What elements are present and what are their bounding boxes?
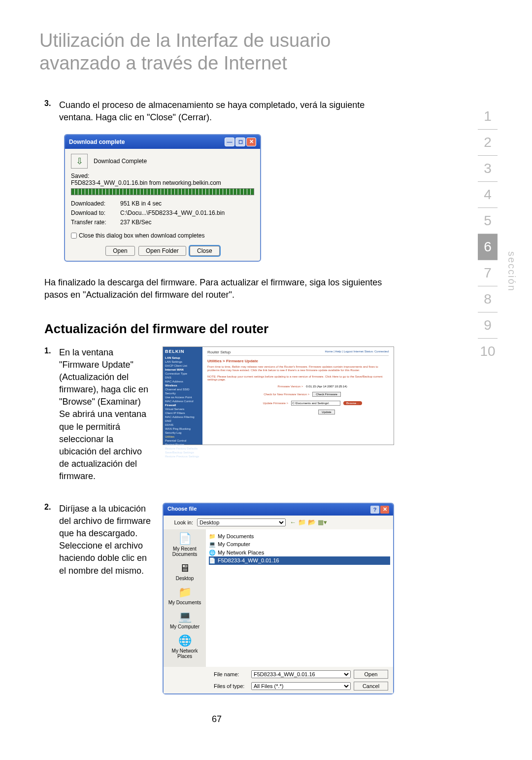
update-fw-input[interactable] (291, 401, 340, 406)
close-dialog-checkbox[interactable] (71, 233, 77, 239)
downloaded-value: 951 KB in 4 sec (120, 199, 162, 208)
open-folder-button[interactable]: Open Folder (138, 246, 186, 256)
file-list-item[interactable]: 💻My Computer (209, 540, 390, 549)
sidebar-item[interactable]: Utilities (165, 435, 200, 439)
places-item[interactable]: 💻My Computer (166, 610, 204, 629)
firmware-update-screenshot: BELKIN LAN SetupLAN SettingsDHCP Client … (163, 346, 394, 445)
filetype-select[interactable]: All Files (*.*) (251, 682, 351, 690)
sidebar-item[interactable]: Restore Factory Defaults (165, 447, 200, 450)
sidebar-item[interactable]: MAC Address Control (165, 399, 200, 403)
saved-filename: F5D8233-4_WW_0.01.16.bin from networking… (71, 179, 254, 186)
sidebar-item[interactable]: DNS (165, 376, 200, 380)
look-in-select[interactable]: Desktop (197, 518, 286, 526)
section-nav-item-9[interactable]: 9 (478, 312, 498, 339)
close-window-button[interactable]: ✕ (246, 138, 256, 146)
dialog-title: Download complete (69, 138, 125, 145)
sidebar-item[interactable]: Use as Access Point (165, 395, 200, 399)
step-number: 3. (39, 99, 59, 124)
file-list-item[interactable]: 🌐My Network Places (209, 549, 390, 557)
view-menu-icon[interactable]: ▦▾ (318, 518, 327, 526)
browse-button[interactable]: Browse… (343, 401, 362, 405)
choose-file-dialog: Choose file ? ✕ Look in: Desktop ← (163, 503, 394, 694)
section-nav-item-6[interactable]: 6 (478, 234, 498, 260)
close-button[interactable]: Close (190, 246, 220, 256)
close-chooser-button[interactable]: ✕ (380, 506, 389, 514)
download-complete-text: Download Complete (94, 158, 147, 165)
places-item[interactable]: 🖥Desktop (166, 562, 204, 581)
filename-select[interactable]: F5D8233-4_WW_0.01.16 (251, 670, 351, 678)
step-1: 1. En la ventana "Firmware Update" (Actu… (39, 346, 153, 483)
filename-label: File name: (214, 671, 248, 677)
look-in-label: Look in: (168, 519, 193, 525)
update-fw-label: Update Firmware > (234, 402, 288, 405)
section-nav-item-3[interactable]: 3 (478, 156, 498, 182)
sidebar-item[interactable]: DMZ (165, 419, 200, 423)
sidebar-item[interactable]: Restore Previous Settings (165, 454, 200, 458)
sidebar-item[interactable]: Save/Backup Settings (165, 450, 200, 454)
step-text: En la ventana "Firmware Update" (Actuali… (59, 346, 153, 483)
sidebar-item[interactable]: DHCP Client List (165, 364, 200, 368)
belkin-logo: BELKIN (165, 349, 200, 354)
sidebar-item[interactable]: Internet WAN (165, 368, 200, 372)
subheading: Actualización del firmware del router (44, 321, 394, 337)
section-nav-item-7[interactable]: 7 (478, 260, 498, 286)
section-nav-item-2[interactable]: 2 (478, 130, 498, 156)
section-nav-item-10[interactable]: 10 (478, 339, 498, 364)
download-complete-dialog: Download complete — ◻ ✕ ⇩ Download Compl… (64, 134, 261, 262)
sidebar-item[interactable]: DDNS (165, 423, 200, 427)
new-folder-icon[interactable]: 📂 (308, 518, 316, 526)
post-download-paragraph: Ha finalizado la descarga del firmware. … (44, 276, 389, 301)
sidebar-item[interactable]: MAC Address (165, 380, 200, 383)
router-top-links: Home | Help | Logout Internet Status: Co… (325, 350, 389, 354)
file-list[interactable]: 📁My Documents💻My Computer🌐My Network Pla… (206, 529, 393, 667)
sidebar-item[interactable]: Virtual Servers (165, 407, 200, 411)
sidebar-item[interactable]: WAN Ping Blocking (165, 427, 200, 431)
back-icon[interactable]: ← (290, 518, 296, 526)
transfer-rate-label: Transfer rate: (71, 218, 120, 227)
saved-label: Saved: (71, 173, 254, 179)
download-icon: ⇩ (71, 154, 88, 169)
sidebar-item[interactable]: Channel and SSID (165, 387, 200, 391)
filetype-label: Files of type: (214, 683, 248, 689)
step-3: 3. Cuando el proceso de almacenamiento s… (39, 99, 394, 124)
section-nav-item-4[interactable]: 4 (478, 182, 498, 208)
check-firmware-button[interactable]: Check Firmware (312, 392, 341, 397)
step-text: Diríjase a la ubicación del archivo de f… (59, 503, 153, 577)
maximize-button[interactable]: ◻ (235, 138, 245, 146)
step-2: 2. Diríjase a la ubicación del archivo d… (39, 503, 153, 577)
page-title: Utilización de la Interfaz de usuario av… (39, 30, 404, 74)
sidebar-item[interactable]: Client IP Filters (165, 411, 200, 415)
places-item[interactable]: 📄My Recent Documents (166, 532, 204, 557)
minimize-button[interactable]: — (225, 138, 234, 146)
sidebar-item[interactable]: Security (165, 391, 200, 395)
section-nav-item-1[interactable]: 1 (478, 104, 498, 130)
sidebar-item[interactable]: Firewall (165, 403, 200, 407)
sidebar-item[interactable]: LAN Setup (165, 356, 200, 360)
help-button[interactable]: ? (370, 506, 379, 514)
open-file-button[interactable]: Open (354, 670, 388, 679)
page-number: 67 (39, 714, 394, 725)
places-item[interactable]: 📁My Documents (166, 586, 204, 605)
section-nav-item-8[interactable]: 8 (478, 286, 498, 312)
firmware-body-text: From time to time, Belkin may release ne… (207, 365, 389, 372)
sidebar-item[interactable]: LAN Settings (165, 360, 200, 364)
open-button[interactable]: Open (105, 246, 134, 256)
places-item[interactable]: 🌐My Network Places (166, 634, 204, 659)
step-number: 1. (39, 346, 59, 483)
cancel-button[interactable]: Cancel (354, 682, 388, 691)
file-list-item[interactable]: 📄F5D8233-4_WW_0.01.16 (209, 556, 390, 565)
sidebar-item[interactable]: Wireless (165, 383, 200, 387)
sidebar-item[interactable]: Restart Router (165, 443, 200, 447)
step-text: Cuando el proceso de almacenamiento se h… (59, 99, 394, 124)
update-button[interactable]: Update (318, 410, 334, 415)
step-number: 2. (39, 503, 59, 577)
file-list-item[interactable]: 📁My Documents (209, 532, 390, 541)
transfer-rate-value: 237 KB/Sec (120, 218, 151, 227)
sidebar-item[interactable]: MAC Address Filtering (165, 415, 200, 419)
section-label: sección (506, 251, 517, 292)
sidebar-item[interactable]: Security Log (165, 431, 200, 435)
sidebar-item[interactable]: Parental Control (165, 439, 200, 443)
up-icon[interactable]: 📁 (298, 518, 306, 526)
section-nav-item-5[interactable]: 5 (478, 208, 498, 234)
sidebar-item[interactable]: Connection Type (165, 372, 200, 376)
